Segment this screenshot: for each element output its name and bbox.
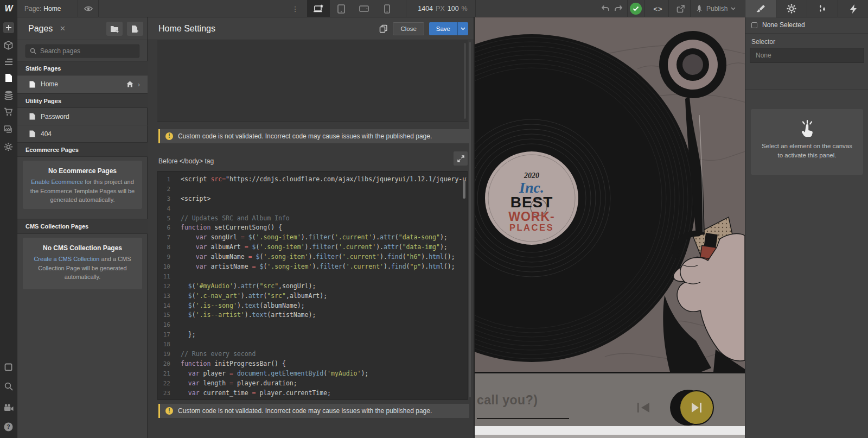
code-export-button[interactable]: <> <box>649 0 667 17</box>
badge-work: WORK- <box>508 210 554 224</box>
zoom-value[interactable]: 100 <box>448 5 459 12</box>
page-item-password[interactable]: Password <box>17 108 148 125</box>
question-mark-icon: ? <box>4 422 13 431</box>
text-underline <box>477 418 569 419</box>
pages-search-input[interactable] <box>25 45 139 58</box>
line-number: 3 <box>158 194 175 204</box>
chevron-right-icon[interactable]: › <box>138 80 140 88</box>
save-options-button[interactable] <box>457 22 468 35</box>
line-number: 10 <box>158 262 175 272</box>
selector-input[interactable] <box>750 48 864 63</box>
page-item-404[interactable]: 404 <box>17 125 148 143</box>
top-toolbar: W Page: Home ⋮ 1404 PX 100 % <box>0 0 868 17</box>
help-button[interactable]: ? <box>3 421 14 432</box>
line-number: 19 <box>158 350 175 359</box>
page-item-home[interactable]: Home › <box>17 75 148 93</box>
canvas-width-value[interactable]: 1404 <box>418 5 433 12</box>
line-number: 1 <box>158 175 175 185</box>
checkbox-icon[interactable] <box>751 22 757 28</box>
preview-toggle-button[interactable] <box>78 0 98 17</box>
undo-button[interactable] <box>599 0 612 17</box>
close-label: Close <box>400 26 416 32</box>
current-page-name: Home <box>43 5 61 12</box>
skip-back-icon[interactable] <box>637 403 649 412</box>
tab-style-panel[interactable] <box>745 0 776 17</box>
canvas-dimensions[interactable]: 1404 PX 100 % <box>410 0 475 17</box>
code-line: function initProgressBar() { <box>181 359 467 369</box>
ecommerce-button[interactable] <box>3 106 14 117</box>
duplicate-page-button[interactable] <box>379 24 388 33</box>
expand-editor-button[interactable] <box>454 151 468 166</box>
project-settings-button[interactable] <box>3 141 14 152</box>
page-item-label: Password <box>41 113 69 120</box>
create-cms-collection-link[interactable]: Create a CMS Collection <box>34 256 99 262</box>
warning-text: Custom code is not validated. Incorrect … <box>178 407 432 415</box>
head-code-editor-bottom[interactable] <box>157 40 468 122</box>
line-number: 11 <box>158 272 175 282</box>
ecommerce-empty-title: No Ecommerce Pages <box>30 167 135 175</box>
webflow-logo[interactable]: W <box>0 0 17 17</box>
saved-status-button[interactable] <box>628 0 643 17</box>
copy-icon <box>379 24 388 33</box>
code-body[interactable]: <script src="https://cdnjs.cloudflare.co… <box>175 172 467 399</box>
tab-style-manager-panel[interactable] <box>807 0 838 17</box>
line-number: 20 <box>158 359 175 369</box>
add-page-button[interactable] <box>127 22 143 36</box>
none-selected-label: None Selected <box>762 21 805 29</box>
code-editor-scrollbar-thumb[interactable] <box>463 180 465 199</box>
add-folder-button[interactable] <box>106 22 123 36</box>
code-line: }; <box>181 330 467 340</box>
skip-forward-button[interactable] <box>679 390 714 425</box>
pages-button[interactable] <box>3 72 14 83</box>
cms-empty-card: No CMS Collection Pages Create a CMS Col… <box>23 238 142 289</box>
redo-button[interactable] <box>612 0 625 17</box>
add-elements-button[interactable] <box>3 22 14 33</box>
breakpoint-desktop-button[interactable] <box>307 0 330 17</box>
close-button[interactable]: Close <box>393 22 424 35</box>
page-item-label: Home <box>41 80 58 88</box>
design-canvas[interactable]: 2020 Inc. BEST WORK- PLACES <box>475 17 745 438</box>
tab-interactions-panel[interactable] <box>838 0 868 17</box>
warning-icon: ! <box>165 132 173 140</box>
ecommerce-empty-card: No Ecommerce Pages Enable Ecommerce for … <box>23 161 142 209</box>
finder-button[interactable] <box>3 361 14 372</box>
save-button-group: Save <box>429 22 468 35</box>
editor-scrollbar[interactable] <box>464 43 466 119</box>
search-icon <box>4 382 13 391</box>
save-button[interactable]: Save <box>429 22 457 35</box>
more-menu-icon[interactable]: ⋮ <box>291 0 299 17</box>
page-item-label: 404 <box>41 130 52 138</box>
code-line: var current_time = player.currentTime; <box>181 389 467 398</box>
code-line: // Updates SRC and Album Info <box>181 214 467 224</box>
page-icon <box>5 73 12 82</box>
home-icon <box>126 81 133 87</box>
body-code-editor[interactable]: 1234567891011121314151617181920212223 <s… <box>157 171 468 400</box>
navigator-button[interactable] <box>3 56 14 67</box>
tab-settings-panel[interactable] <box>776 0 807 17</box>
breakpoint-mobile-landscape-button[interactable] <box>353 0 375 17</box>
code-line: $('#myAudio').attr("src",songUrl); <box>181 282 467 291</box>
page-menu[interactable]: Page: Home <box>18 0 78 17</box>
search-button[interactable] <box>3 381 14 392</box>
code-line <box>181 272 467 282</box>
breakpoint-tablet-button[interactable] <box>330 0 353 17</box>
cms-button[interactable] <box>3 90 14 100</box>
enable-ecommerce-link[interactable]: Enable Ecommerce <box>31 179 83 185</box>
symbols-button[interactable] <box>3 40 14 50</box>
webflow-designer: W Page: Home ⋮ 1404 PX 100 % <box>0 0 868 438</box>
publish-button[interactable]: Publish <box>691 0 744 17</box>
settings-scrollbar[interactable] <box>469 42 471 397</box>
code-line <box>181 185 467 194</box>
code-section-label: Before </body> tag <box>158 157 214 165</box>
breakpoint-mobile-portrait-button[interactable] <box>375 0 398 17</box>
badge-best: BEST <box>510 194 553 211</box>
pages-panel-close-button[interactable]: ✕ <box>60 17 66 40</box>
video-tutorials-button[interactable] <box>3 402 14 413</box>
line-number: 23 <box>158 389 175 398</box>
assets-button[interactable] <box>3 124 14 135</box>
paintbrush-icon <box>756 4 765 14</box>
save-label: Save <box>436 26 450 32</box>
svg-text:?: ? <box>7 423 10 430</box>
share-button[interactable] <box>672 0 689 17</box>
code-line: var albumArt = $('.song-item').filter('.… <box>181 243 467 252</box>
